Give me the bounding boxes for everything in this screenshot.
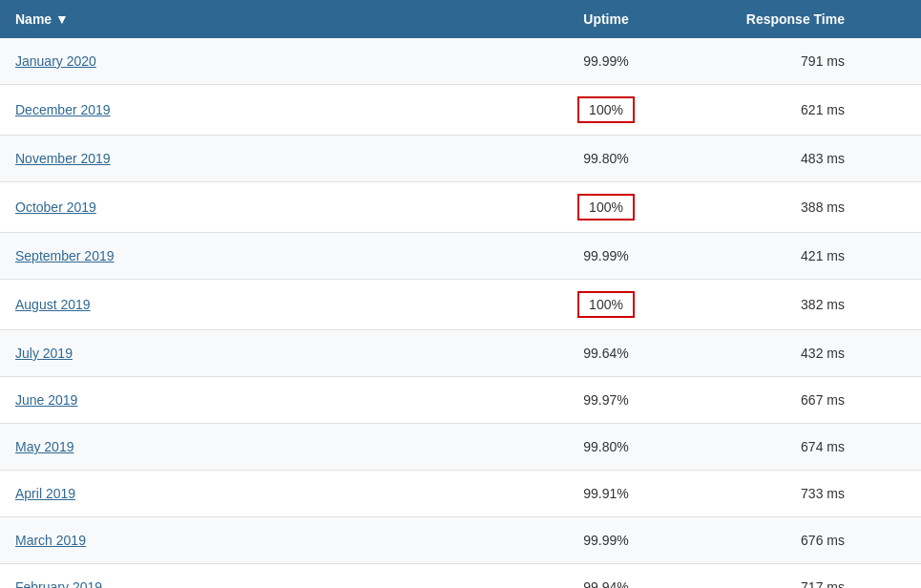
name-cell: September 2019 bbox=[0, 233, 501, 280]
uptime-value: 100% bbox=[577, 194, 635, 220]
uptime-cell: 99.64% bbox=[501, 330, 711, 377]
name-cell: January 2020 bbox=[0, 38, 501, 85]
month-link[interactable]: October 2019 bbox=[15, 200, 96, 215]
table-row: July 201999.64%432 ms bbox=[0, 330, 921, 377]
uptime-value: 100% bbox=[577, 291, 635, 318]
table-row: December 2019100%621 ms bbox=[0, 85, 921, 136]
name-cell: March 2019 bbox=[0, 517, 501, 564]
response-cell: 621 ms bbox=[711, 85, 921, 136]
main-container: Name ▼ Uptime Response Time January 2020… bbox=[0, 0, 921, 588]
uptime-table: Name ▼ Uptime Response Time January 2020… bbox=[0, 0, 921, 588]
response-cell: 717 ms bbox=[711, 564, 921, 589]
uptime-cell: 99.94% bbox=[501, 564, 711, 589]
uptime-value: 99.80% bbox=[574, 147, 638, 170]
name-cell: December 2019 bbox=[0, 85, 501, 136]
month-link[interactable]: August 2019 bbox=[15, 297, 91, 312]
uptime-cell: 99.99% bbox=[501, 233, 711, 280]
uptime-cell: 99.80% bbox=[501, 136, 711, 182]
response-cell: 674 ms bbox=[711, 424, 921, 471]
response-cell: 676 ms bbox=[711, 517, 921, 564]
response-cell: 382 ms bbox=[711, 280, 921, 330]
column-header-name[interactable]: Name ▼ bbox=[0, 0, 501, 38]
uptime-cell: 100% bbox=[501, 85, 711, 136]
response-cell: 667 ms bbox=[711, 377, 921, 424]
uptime-cell: 99.91% bbox=[501, 471, 711, 517]
response-cell: 791 ms bbox=[711, 38, 921, 85]
month-link[interactable]: April 2019 bbox=[15, 486, 75, 501]
uptime-value: 99.64% bbox=[574, 342, 638, 365]
name-cell: May 2019 bbox=[0, 424, 501, 471]
response-cell: 432 ms bbox=[711, 330, 921, 377]
response-cell: 733 ms bbox=[711, 471, 921, 517]
name-cell: August 2019 bbox=[0, 280, 501, 330]
table-row: June 201999.97%667 ms bbox=[0, 377, 921, 424]
month-link[interactable]: July 2019 bbox=[15, 346, 73, 361]
month-link[interactable]: September 2019 bbox=[15, 248, 115, 263]
uptime-value: 99.99% bbox=[574, 50, 638, 73]
uptime-value: 100% bbox=[577, 96, 635, 123]
table-row: November 201999.80%483 ms bbox=[0, 136, 921, 182]
name-cell: October 2019 bbox=[0, 182, 501, 233]
month-link[interactable]: February 2019 bbox=[15, 579, 102, 588]
name-cell: April 2019 bbox=[0, 471, 501, 517]
name-cell: February 2019 bbox=[0, 564, 501, 589]
response-cell: 483 ms bbox=[711, 136, 921, 182]
table-row: October 2019100%388 ms bbox=[0, 182, 921, 233]
column-header-response[interactable]: Response Time bbox=[711, 0, 921, 38]
table-row: May 201999.80%674 ms bbox=[0, 424, 921, 471]
month-link[interactable]: May 2019 bbox=[15, 439, 73, 454]
month-link[interactable]: March 2019 bbox=[15, 533, 86, 548]
table-row: April 201999.91%733 ms bbox=[0, 471, 921, 517]
uptime-value: 99.99% bbox=[574, 529, 638, 552]
name-cell: November 2019 bbox=[0, 136, 501, 182]
name-cell: June 2019 bbox=[0, 377, 501, 424]
uptime-cell: 99.99% bbox=[501, 517, 711, 564]
uptime-cell: 99.80% bbox=[501, 424, 711, 471]
uptime-value: 99.91% bbox=[574, 482, 638, 505]
month-link[interactable]: December 2019 bbox=[15, 102, 111, 117]
uptime-cell: 99.99% bbox=[501, 38, 711, 85]
month-link[interactable]: November 2019 bbox=[15, 151, 111, 166]
uptime-value: 99.99% bbox=[574, 244, 638, 267]
table-row: August 2019100%382 ms bbox=[0, 280, 921, 330]
month-link[interactable]: January 2020 bbox=[15, 53, 96, 69]
uptime-value: 99.97% bbox=[574, 388, 638, 411]
month-link[interactable]: June 2019 bbox=[15, 392, 77, 408]
uptime-value: 99.94% bbox=[574, 576, 638, 588]
uptime-cell: 100% bbox=[501, 280, 711, 330]
column-header-uptime[interactable]: Uptime bbox=[501, 0, 711, 38]
uptime-cell: 100% bbox=[501, 182, 711, 233]
uptime-cell: 99.97% bbox=[501, 377, 711, 424]
table-row: March 201999.99%676 ms bbox=[0, 517, 921, 564]
name-cell: July 2019 bbox=[0, 330, 501, 377]
uptime-value: 99.80% bbox=[574, 435, 638, 458]
response-cell: 388 ms bbox=[711, 182, 921, 233]
table-row: February 201999.94%717 ms bbox=[0, 564, 921, 589]
response-cell: 421 ms bbox=[711, 233, 921, 280]
table-row: September 201999.99%421 ms bbox=[0, 233, 921, 280]
table-row: January 202099.99%791 ms bbox=[0, 38, 921, 85]
table-header-row: Name ▼ Uptime Response Time bbox=[0, 0, 921, 38]
